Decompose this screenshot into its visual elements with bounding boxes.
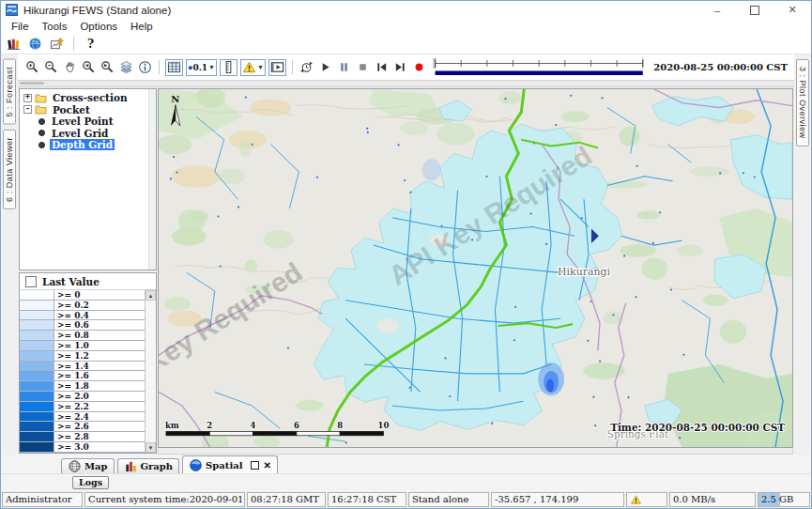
spatial-display-icon [50, 37, 64, 51]
info-icon [138, 60, 152, 74]
map-time-label: Time: 2020-08-25 00:00:00 CST [610, 422, 785, 433]
bullet-icon [38, 130, 45, 136]
play-button[interactable] [317, 59, 333, 76]
legend-label: >= 1.2 [54, 351, 145, 361]
legend-row: >= 0.8 [20, 331, 145, 341]
warning-icon [242, 60, 256, 74]
step-forward-button[interactable] [392, 59, 408, 76]
legend-label: >= 2.0 [54, 392, 145, 401]
map-horizontal-scrollbar[interactable] [158, 448, 793, 455]
timeline-slider[interactable] [433, 58, 645, 77]
ruler-button[interactable] [220, 59, 237, 76]
tree-item-level-point[interactable]: Level Point [20, 116, 148, 128]
legend-label: >= 0.6 [54, 320, 145, 330]
status-mode: Stand alone [408, 492, 489, 507]
layers-button[interactable] [118, 59, 134, 76]
scroll-up-icon[interactable]: ▲ [146, 290, 156, 301]
tree-item-level-grid[interactable]: Level Grid [20, 128, 148, 140]
spatial-panel: ●0.1▼▼2020-08-25 00:00:00 CST +Cross-sec… [18, 54, 794, 455]
zoom-in-button[interactable] [24, 59, 40, 76]
svg-text:?: ? [87, 38, 94, 51]
shortcut-tab-1[interactable]: 5 : Forecast [3, 59, 16, 125]
legend-label: >= 0 [54, 290, 145, 300]
stop-button[interactable] [355, 59, 371, 76]
pause-button[interactable] [336, 59, 352, 76]
legend-swatch [20, 290, 54, 300]
tab-spatial[interactable]: Spatial✕ [182, 455, 278, 473]
status-gmt-time: 08:27:18 GMT [247, 492, 326, 507]
menu-tools[interactable]: Tools [36, 20, 74, 33]
database-button[interactable] [6, 36, 22, 53]
grid-icon [167, 60, 181, 74]
bullet-icon [38, 142, 45, 148]
toolbar-separator [73, 37, 74, 51]
menu-bar: FileToolsOptionsHelp [1, 19, 811, 34]
app-window: Hikurangi FEWS (Stand alone) – ✕ FileToo… [0, 0, 812, 509]
decimal-button[interactable]: ●0.1▼ [186, 59, 217, 76]
database-icon [7, 37, 21, 51]
zoom-out-icon [44, 60, 58, 74]
legend-label: >= 0.2 [54, 301, 145, 310]
pan-icon [63, 60, 77, 74]
svg-text:8: 8 [337, 422, 343, 431]
menu-help[interactable]: Help [124, 20, 160, 33]
last-value-checkbox[interactable] [25, 276, 37, 287]
animation-button[interactable] [268, 59, 286, 76]
globe-display-button[interactable] [27, 36, 43, 53]
spatial-display-button[interactable] [49, 36, 65, 53]
tab-graph[interactable]: Graph [117, 458, 180, 473]
refresh-clock-button[interactable] [299, 59, 314, 76]
ruler-icon [222, 60, 236, 74]
legend-label: >= 3.0 [54, 442, 145, 452]
legend-row: >= 2.2 [20, 402, 145, 412]
tree-item-depth-grid[interactable]: Depth Grid [20, 139, 148, 151]
tab-close-icon[interactable]: ✕ [264, 460, 271, 470]
tree-scrollbar[interactable] [148, 89, 156, 270]
legend-label: >= 1.6 [54, 371, 145, 380]
tab-maximize-icon[interactable] [251, 461, 259, 470]
legend-row: >= 2.8 [20, 432, 145, 442]
legend-row: >= 0.6 [20, 320, 145, 331]
menu-file[interactable]: File [5, 20, 36, 33]
scroll-down-icon[interactable]: ▼ [146, 442, 156, 453]
zoom-out-button[interactable] [43, 59, 59, 76]
record-button[interactable] [411, 59, 427, 76]
shortcut-tab-2[interactable]: 6 : Data Viewer [3, 130, 16, 209]
zoom-previous-button[interactable] [81, 59, 97, 76]
legend-scrollbar[interactable]: ▲ ▼ [145, 290, 156, 453]
top-scrollbar[interactable] [18, 80, 794, 87]
info-button[interactable] [137, 59, 153, 76]
svg-text:10: 10 [378, 422, 390, 431]
minimize-button[interactable]: – [698, 1, 736, 19]
zoom-next-button[interactable] [100, 59, 115, 76]
map-canvas[interactable]: API Key Required API Key Required Hikura… [158, 88, 793, 448]
legend-swatch [20, 371, 54, 380]
grid-button[interactable] [165, 59, 183, 76]
tree-item-cross-section[interactable]: +Cross-section [20, 92, 148, 104]
tab-map[interactable]: Map [61, 458, 115, 473]
legend-swatch [20, 422, 54, 431]
svg-text:km: km [165, 422, 179, 431]
close-button[interactable]: ✕ [774, 1, 811, 19]
legend-row: >= 1.8 [20, 381, 145, 392]
help-button[interactable]: ? [83, 36, 99, 53]
status-network-rate: 0.0 MB/s [669, 492, 756, 507]
pause-icon [337, 60, 351, 74]
legend-row: >= 1.0 [20, 341, 145, 351]
step-back-button[interactable] [374, 59, 390, 76]
collapse-icon[interactable]: - [23, 105, 32, 114]
maximize-button[interactable] [736, 1, 774, 19]
pan-button[interactable] [62, 59, 78, 76]
tree-item-label: Pocket [51, 104, 92, 116]
shortcut-tab-right-1[interactable]: 3 : Plot Overview [796, 59, 809, 147]
legend-row: >= 3.0 [20, 442, 145, 453]
logs-button[interactable]: Logs [72, 476, 109, 489]
refresh-clock-icon [299, 60, 314, 74]
expand-icon[interactable]: + [23, 94, 32, 102]
layers-icon [119, 60, 133, 74]
warning-button[interactable]: ▼ [240, 59, 266, 76]
legend-row: >= 2.0 [20, 392, 145, 402]
menu-options[interactable]: Options [73, 20, 124, 33]
tree-item-label: Cross-section [51, 92, 130, 103]
tree-item-pocket[interactable]: -Pocket [20, 104, 148, 116]
